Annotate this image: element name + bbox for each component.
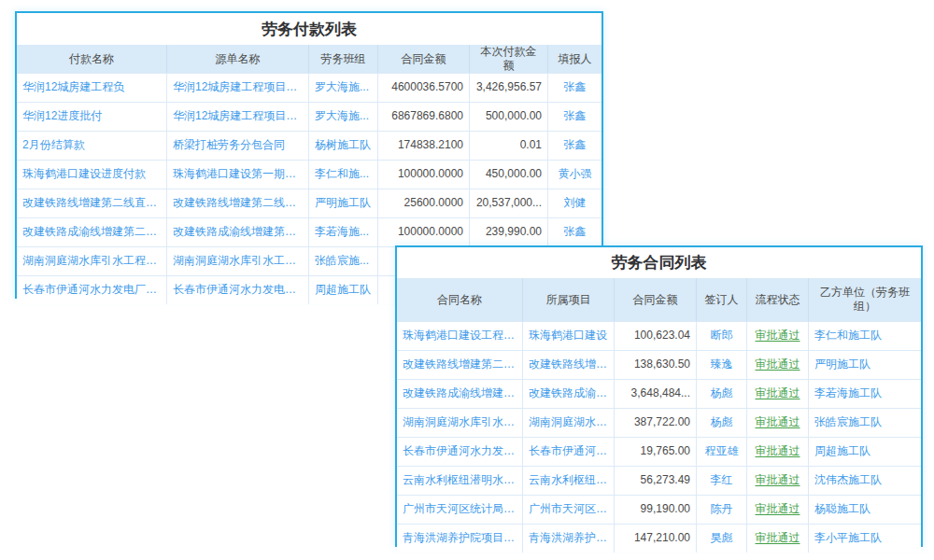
contract-name-link[interactable]: 云南水利枢纽潜明水库一期...: [397, 467, 522, 495]
source-doc-link[interactable]: 改建铁路线增建第二线直...: [166, 189, 308, 217]
contract-amount-value: 100,623.04: [614, 322, 696, 350]
party-b-team-link[interactable]: 沈伟杰施工队: [808, 467, 921, 495]
labor-team-link[interactable]: 严明施工队: [308, 189, 377, 217]
column-header-labor-team: 劳务班组: [308, 45, 377, 73]
signer-link[interactable]: 李红: [696, 467, 746, 495]
project-link[interactable]: 长春市伊通河水力...: [522, 438, 614, 466]
party-b-team-link[interactable]: 李仁和施工队: [808, 322, 921, 350]
party-b-team-link[interactable]: 周超施工队: [808, 438, 921, 466]
source-doc-link[interactable]: 长春市伊通河水力发电厂...: [166, 276, 308, 304]
flow-status-link[interactable]: 审批通过: [746, 380, 808, 408]
party-b-team-link[interactable]: 严明施工队: [808, 351, 921, 379]
signer-link[interactable]: 陈丹: [696, 496, 746, 524]
contract-name-link[interactable]: 青海洪湖养护院项目外墙涂...: [397, 525, 522, 553]
flow-status-link[interactable]: 审批通过: [746, 351, 808, 379]
labor-team-link[interactable]: 杨树施工队: [308, 132, 377, 160]
flow-status-link[interactable]: 审批通过: [746, 496, 808, 524]
source-doc-link[interactable]: 桥梁打桩劳务分包合同: [166, 132, 308, 160]
source-doc-link[interactable]: 珠海鹤港口建设第一期进...: [166, 161, 308, 189]
reporter-link[interactable]: 张鑫: [547, 218, 601, 246]
party-b-team-link[interactable]: 李若海施工队: [808, 380, 921, 408]
flow-status-link[interactable]: 审批通过: [746, 322, 808, 350]
signer-link[interactable]: 程亚雄: [696, 438, 746, 466]
reporter-link[interactable]: 张鑫: [547, 132, 601, 160]
payment-name-link[interactable]: 华润12进度批付: [17, 103, 166, 131]
contract-amount-value: 25600.0000: [377, 189, 469, 217]
contract-amount-value: 56,273.49: [614, 467, 696, 495]
reporter-link[interactable]: 张鑫: [547, 74, 601, 102]
labor-team-link[interactable]: 罗大海施...: [308, 103, 377, 131]
payment-table-header-row: 付款名称 源单名称 劳务班组 合同金额 本次付款金额 填报人: [17, 45, 601, 73]
table-row: 长春市伊通河水力发电厂改... 长春市伊通河水力... 19,765.00 程亚…: [397, 437, 921, 466]
table-row: 珠海鹤港口建设进度付款 珠海鹤港口建设第一期进... 李仁和施... 10000…: [17, 160, 601, 189]
table-row: 2月份结算款 桥梁打桩劳务分包合同 杨树施工队 174838.2100 0.01…: [17, 131, 601, 160]
table-row: 华润12进度批付 华润12城房建工程项目泥... 罗大海施... 6867869…: [17, 102, 601, 131]
labor-team-link[interactable]: 张皓宸施...: [308, 247, 377, 275]
payment-name-link[interactable]: 改建铁路线增建第二线直通...: [17, 189, 166, 217]
contract-amount-value: 100000.0000: [377, 218, 469, 246]
signer-link[interactable]: 断郎: [696, 322, 746, 350]
contract-list-title: 劳务合同列表: [397, 247, 921, 278]
table-row: 广州市天河区统计局机房改... 广州市天河区统计... 99,190.00 陈丹…: [397, 495, 921, 524]
flow-status-link[interactable]: 审批通过: [746, 467, 808, 495]
payment-name-link[interactable]: 2月份结算款: [17, 132, 166, 160]
contract-name-link[interactable]: 珠海鹤港口建设工程合作协...: [397, 322, 522, 350]
payment-amount-value: 239,990.00: [469, 218, 547, 246]
payment-name-link[interactable]: 长春市伊通河水力发电厂改...: [17, 276, 166, 304]
source-doc-link[interactable]: 华润12城房建工程项目泥...: [166, 103, 308, 131]
contract-table-header-row: 合同名称 所属项目 合同金额 签订人 流程状态 乙方单位（劳务班组）: [397, 278, 921, 321]
desktop-background: 劳务付款列表 付款名称 源单名称 劳务班组 合同金额 本次付款金额 填报人 华润…: [0, 0, 934, 560]
table-row: 青海洪湖养护院项目外墙涂... 青海洪湖养护院项目 147,210.00 昊彪 …: [397, 524, 921, 553]
source-doc-link[interactable]: 改建铁路成渝线增建第二...: [166, 218, 308, 246]
contract-amount-value: 147,210.00: [614, 525, 696, 553]
party-b-team-link[interactable]: 李小平施工队: [808, 525, 921, 553]
contract-name-link[interactable]: 改建铁路成渝线增建第二直...: [397, 380, 522, 408]
labor-team-link[interactable]: 李仁和施...: [308, 161, 377, 189]
table-row: 云南水利枢纽潜明水库一期... 云南水利枢纽潜明... 56,273.49 李红…: [397, 466, 921, 495]
table-row: 华润12城房建工程负 华润12城房建工程项目泥... 罗大海施... 46000…: [17, 73, 601, 102]
contract-amount-value: 19,765.00: [614, 438, 696, 466]
reporter-link[interactable]: 黄小强: [547, 161, 601, 189]
source-doc-link[interactable]: 湖南洞庭湖水库引水工程...: [166, 247, 308, 275]
labor-team-link[interactable]: 周超施工队: [308, 276, 377, 304]
contract-name-link[interactable]: 长春市伊通河水力发电厂改...: [397, 438, 522, 466]
contract-name-link[interactable]: 湖南洞庭湖水库引水工程施...: [397, 409, 522, 437]
signer-link[interactable]: 臻逸: [696, 351, 746, 379]
project-link[interactable]: 改建铁路成渝线增...: [522, 380, 614, 408]
payment-name-link[interactable]: 珠海鹤港口建设进度付款: [17, 161, 166, 189]
payment-name-link[interactable]: 改建铁路成渝线增建第二直...: [17, 218, 166, 246]
project-link[interactable]: 青海洪湖养护院项目: [522, 525, 614, 553]
contract-amount-value: 3,648,484...: [614, 380, 696, 408]
contract-amount-value: 387,722.00: [614, 409, 696, 437]
party-b-team-link[interactable]: 杨聪施工队: [808, 496, 921, 524]
project-link[interactable]: 广州市天河区统计...: [522, 496, 614, 524]
payment-amount-value: 3,426,956.57: [469, 74, 547, 102]
payment-name-link[interactable]: 湖南洞庭湖水库引水工程施...: [17, 247, 166, 275]
column-header-contract-name: 合同名称: [397, 278, 522, 321]
flow-status-link[interactable]: 审批通过: [746, 438, 808, 466]
labor-team-link[interactable]: 罗大海施...: [308, 74, 377, 102]
signer-link[interactable]: 杨彪: [696, 380, 746, 408]
contract-name-link[interactable]: 改建铁路线增建第二线直通...: [397, 351, 522, 379]
party-b-team-link[interactable]: 张皓宸施工队: [808, 409, 921, 437]
flow-status-link[interactable]: 审批通过: [746, 525, 808, 553]
column-header-payment-amount: 本次付款金额: [469, 45, 547, 73]
payment-name-link[interactable]: 华润12城房建工程负: [17, 74, 166, 102]
contract-amount-value: 99,190.00: [614, 496, 696, 524]
project-link[interactable]: 改建铁路线增建第...: [522, 351, 614, 379]
reporter-link[interactable]: 刘健: [547, 189, 601, 217]
signer-link[interactable]: 杨彪: [696, 409, 746, 437]
labor-team-link[interactable]: 李若海施...: [308, 218, 377, 246]
project-link[interactable]: 珠海鹤港口建设: [522, 322, 614, 350]
signer-link[interactable]: 昊彪: [696, 525, 746, 553]
table-row: 改建铁路成渝线增建第二直... 改建铁路成渝线增... 3,648,484...…: [397, 379, 921, 408]
contract-name-link[interactable]: 广州市天河区统计局机房改...: [397, 496, 522, 524]
project-link[interactable]: 云南水利枢纽潜明...: [522, 467, 614, 495]
payment-amount-value: 20,537,000...: [469, 189, 547, 217]
payment-amount-value: 500,000.00: [469, 103, 547, 131]
source-doc-link[interactable]: 华润12城房建工程项目泥...: [166, 74, 308, 102]
reporter-link[interactable]: 张鑫: [547, 103, 601, 131]
project-link[interactable]: 湖南洞庭湖水库引...: [522, 409, 614, 437]
flow-status-link[interactable]: 审批通过: [746, 409, 808, 437]
column-header-reporter: 填报人: [547, 45, 601, 73]
